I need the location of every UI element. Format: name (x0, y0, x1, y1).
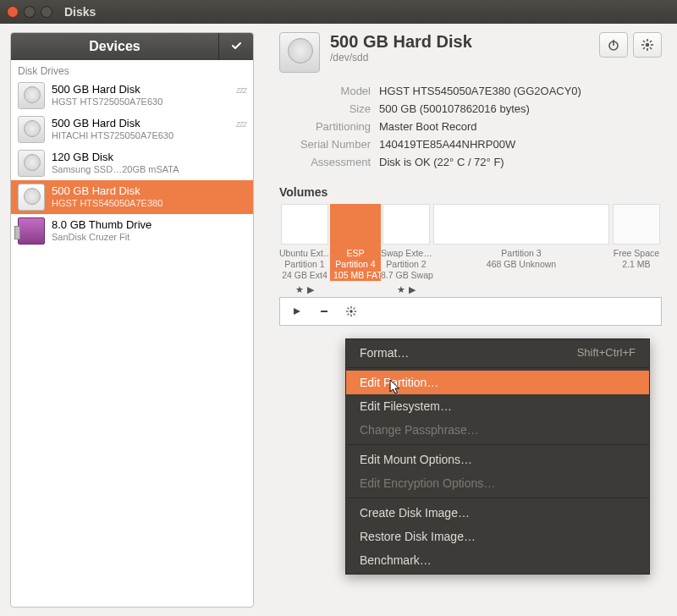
prop-key-assessment: Assessment (279, 156, 371, 168)
volume-label: 8.7 GB Swap (381, 270, 432, 281)
disk-title: 500 GB Hard Disk (330, 32, 472, 52)
window-close-button[interactable] (7, 6, 19, 18)
drive-list-item[interactable]: 8.0 GB Thumb DriveSanDisk Cruzer Fit (11, 214, 253, 248)
drive-list-item[interactable]: 500 GB Hard DiskHGST HTS725050A7E630zzz (11, 79, 253, 113)
disk-icon (279, 32, 320, 73)
drive-sub: Samsung SSD…20GB mSATA (52, 164, 179, 175)
main-title-block: 500 GB Hard Disk /dev/sdd (330, 32, 472, 73)
menu-item-label: Restore Disk Image… (360, 530, 476, 543)
drive-text: 500 GB Hard DiskHITACHI HTS725050A7E630 (52, 118, 173, 141)
svg-line-8 (650, 47, 652, 49)
prop-key-partitioning: Partitioning (279, 120, 371, 133)
disk-options-button[interactable] (633, 32, 662, 58)
volume-label: 105 MB FAT (333, 270, 377, 281)
drive-sub: HITACHI HTS725050A7E630 (52, 130, 173, 141)
window-titlebar: Disks (0, 0, 677, 24)
menu-item[interactable]: Format…Shift+Ctrl+F (346, 341, 649, 365)
volume-label: Partition 3 (432, 248, 611, 259)
drive-name: 500 GB Hard Disk (52, 118, 173, 130)
prop-val-assessment: Disk is OK (22° C / 72° F) (379, 156, 662, 168)
drive-name: 120 GB Disk (52, 151, 179, 164)
menu-item-label: Edit Mount Options… (360, 453, 472, 466)
volume-block[interactable]: Ubuntu Ext…Partition 124 GB Ext4★ ▶ (279, 204, 330, 296)
volumes-section-title: Volumes (279, 185, 662, 199)
prop-val-serial: 140419TE85A44NHRP00W (379, 138, 662, 151)
hard-disk-icon (18, 116, 45, 143)
volume-toolbar (279, 297, 662, 326)
sidebar-header-label-wrap: Devices (11, 33, 219, 60)
mount-button[interactable] (285, 300, 309, 322)
volume-block[interactable]: Swap Exte…Partition 28.7 GB Swap★ ▶ (381, 204, 432, 296)
menu-item-label: Change Passphrase… (360, 423, 479, 437)
drive-name: 500 GB Hard Disk (52, 185, 162, 198)
window-maximize-button[interactable] (41, 6, 52, 18)
volume-block[interactable]: Free Space2.1 MB (611, 204, 662, 270)
volume-label: Partition 2 (381, 259, 432, 270)
menu-item[interactable]: Edit Mount Options… (346, 448, 649, 471)
drive-list-item[interactable]: 500 GB Hard DiskHGST HTS545050A7E380 (11, 180, 253, 214)
volume-label: Free Space (611, 248, 662, 259)
volume-bar (332, 204, 379, 245)
menu-item-label: Create Disk Image… (360, 506, 470, 520)
menu-item-label: Benchmark… (360, 553, 432, 567)
menu-item-label: Edit Encryption Options… (360, 476, 495, 490)
menu-item[interactable]: Restore Disk Image… (346, 525, 649, 548)
header-actions (599, 32, 662, 73)
window-title: Disks (64, 5, 96, 19)
sidebar-section-label: Disk Drives (11, 60, 253, 79)
volume-label: Swap Exte… (381, 248, 432, 259)
prop-val-model: HGST HTS545050A7E380 (GG2OACY0) (379, 85, 662, 97)
menu-separator (346, 444, 649, 445)
window-minimize-button[interactable] (24, 6, 36, 18)
volume-label: 2.1 MB (611, 259, 662, 270)
drive-sub: HGST HTS725050A7E630 (52, 96, 162, 107)
volume-bar (383, 204, 430, 245)
partition-options-button[interactable] (339, 300, 363, 322)
drive-sub: SanDisk Cruzer Fit (52, 232, 151, 243)
rescan-button[interactable] (219, 33, 253, 60)
svg-line-18 (354, 314, 355, 316)
svg-line-7 (643, 41, 645, 42)
volume-label: 468 GB Unknown (432, 259, 611, 270)
volume-bar (433, 204, 609, 245)
hard-disk-icon (18, 82, 45, 109)
prop-val-size: 500 GB (500107862016 bytes) (379, 102, 662, 115)
sidebar: Devices Disk Drives 500 GB Hard DiskHGST… (0, 24, 254, 616)
drive-list: 500 GB Hard DiskHGST HTS725050A7E630zzz5… (11, 79, 253, 248)
menu-separator (346, 367, 649, 368)
svg-line-9 (643, 47, 645, 49)
drive-text: 8.0 GB Thumb DriveSanDisk Cruzer Fit (52, 219, 151, 243)
menu-item[interactable]: Benchmark… (346, 548, 649, 572)
svg-point-2 (646, 43, 650, 47)
drive-name: 500 GB Hard Disk (52, 84, 162, 96)
drive-name: 8.0 GB Thumb Drive (52, 219, 151, 232)
menu-item[interactable]: Create Disk Image… (346, 501, 649, 525)
drive-text: 500 GB Hard DiskHGST HTS545050A7E380 (52, 185, 162, 209)
sidebar-header-label: Devices (89, 39, 140, 54)
menu-item-label: Edit Partition… (360, 376, 438, 389)
thumb-drive-icon (18, 217, 45, 245)
drive-list-item[interactable]: 500 GB Hard DiskHITACHI HTS725050A7E630z… (11, 113, 253, 146)
main-header: 500 GB Hard Disk /dev/sdd (279, 32, 662, 73)
drive-text: 500 GB Hard DiskHGST HTS725050A7E630 (52, 84, 162, 107)
delete-partition-button[interactable] (312, 300, 336, 322)
svg-point-12 (350, 310, 353, 313)
hard-disk-icon (18, 150, 45, 177)
menu-item: Edit Encryption Options… (346, 471, 649, 495)
menu-item[interactable]: Edit Partition… (346, 371, 649, 394)
volumes-strip: Ubuntu Ext…Partition 124 GB Ext4★ ▶ESPPa… (279, 204, 662, 297)
volume-flags: ★ ▶ (279, 284, 330, 296)
volume-label: Ubuntu Ext… (279, 248, 330, 259)
drive-sub: HGST HTS545050A7E380 (52, 198, 162, 209)
partition-context-menu: Format…Shift+Ctrl+FEdit Partition…Edit F… (345, 338, 650, 575)
volume-block[interactable]: ESPPartition 4105 MB FAT (330, 204, 381, 281)
sidebar-header: Devices (11, 33, 253, 60)
drive-list-item[interactable]: 120 GB DiskSamsung SSD…20GB mSATA (11, 146, 253, 180)
volume-block[interactable]: Partition 3468 GB Unknown (432, 204, 611, 270)
menu-item-label: Format… (360, 346, 409, 360)
menu-separator (346, 498, 649, 498)
menu-item[interactable]: Edit Filesystem… (346, 394, 649, 418)
volume-label: 24 GB Ext4 (279, 270, 330, 281)
power-button[interactable] (599, 32, 628, 58)
volume-label: Partition 1 (279, 259, 330, 270)
